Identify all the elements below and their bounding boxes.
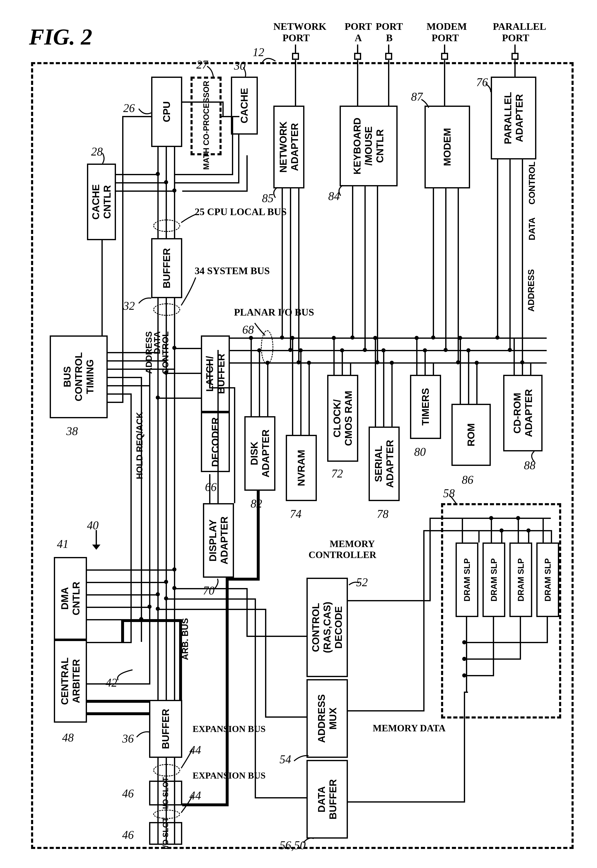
modem-block: MODEM [425, 105, 470, 188]
pa-control-label: CONTROL [527, 162, 537, 205]
parallel-adapter-block: PARALLELADAPTER [491, 77, 536, 159]
cache-block: CACHE [231, 77, 258, 135]
serial-adapter-block: SERIALADAPTER [368, 427, 399, 501]
data-buffer-label: DATABUFFER [316, 779, 339, 819]
arbbus-lead-icon [114, 669, 135, 683]
kb-mouse-block: KEYBOARD/MOUSECNTLR [340, 105, 398, 186]
bus-ctrl-timing-block: BUSCONTROLTIMING [50, 335, 108, 418]
serial-adapter-label: SERIALADAPTER [373, 440, 395, 488]
cpu-local-bus-label: 25 CPU LOCAL BUS [195, 206, 287, 217]
pa-address-label: ADDRESS [526, 269, 536, 312]
bus-ctrl-timing-ref: 38 [66, 424, 78, 438]
dram3-block: DRAM SLP [509, 543, 532, 617]
cdrom-label: CD-ROMADAPTER [511, 389, 534, 437]
latch-buffer-block: LATCH/BUFFER [201, 335, 230, 412]
dma-ref-41: 41 [57, 537, 68, 550]
cdrom-lead-icon [528, 450, 541, 463]
diagram-canvas: FIG. 2 12 NETWORKPORT PORTA PORTB MODEMP… [0, 0, 597, 868]
dram2-block: DRAM SLP [483, 543, 505, 617]
nvram-label: NVRAM [296, 450, 307, 486]
buf2-lead-icon [136, 730, 150, 740]
modem-port-icon [441, 53, 448, 60]
arb-bus-label: ARB. BUS [180, 618, 190, 660]
display-adapter-label: DISPLAYADAPTER [207, 516, 230, 564]
central-arbiter-label: CENTRALARBITER [59, 657, 82, 705]
nvram-ref: 74 [290, 507, 301, 521]
dma-ref40-lead-icon [85, 529, 110, 558]
dram4-block: DRAM SLP [536, 543, 559, 617]
parallel-port-label: PARALLELPORT [493, 21, 538, 43]
hold-req-ack-label: HOLD REQ/ACK [135, 412, 144, 479]
address-mux-block: ADDRESSMUX [306, 679, 348, 758]
cr-lead-icon [348, 580, 360, 590]
timers-block: TIMERS [410, 375, 441, 439]
decoder-block: DECODER [201, 412, 230, 472]
timers-label: TIMERS [420, 388, 431, 426]
rom-block: ROM [451, 404, 491, 466]
decoder-label: DECODER [209, 417, 221, 467]
sb-control-label: CONTROL [160, 331, 171, 374]
kbmouse-lead-icon [336, 184, 348, 197]
pa-data-label: DATA [527, 217, 537, 240]
buffer2-label: BUFFER [160, 709, 171, 749]
parallel-adapter-label: PARALLELADAPTER [502, 92, 525, 144]
network-adapter-block: NETWORKADAPTER [273, 105, 304, 188]
system-bus-label: 34 SYSTEM BUS [195, 265, 270, 276]
dram2-label: DRAM SLP [489, 558, 499, 601]
mem-ctrl-label: MEMORYCONTROLLER [309, 539, 375, 560]
math-label: MATH CO-PROCESSOR [202, 81, 211, 170]
buffer1-label: BUFFER [161, 248, 172, 288]
disk-adapter-label: DISKADAPTER [248, 429, 271, 478]
control-ras-block: CONTROL(RAS,CAS)DECODE [306, 578, 348, 677]
network-port-icon [292, 53, 299, 60]
portB-label: PORTB [375, 21, 404, 43]
disk-adapter-block: DISKADAPTER [244, 416, 275, 491]
dram3-label: DRAM SLP [516, 558, 526, 601]
clock-cmos-label: CLOCK/CMOS RAM [331, 391, 354, 446]
nvram-block: NVRAM [286, 435, 317, 501]
portA-icon [354, 53, 361, 60]
cpubus-lead-icon [180, 213, 197, 226]
modem-label: MODEM [441, 128, 453, 166]
control-ras-label: CONTROL(RAS,CAS)DECODE [310, 602, 345, 653]
cpu-ref: 26 [123, 101, 135, 115]
math-block: MATH CO-PROCESSOR [190, 77, 221, 155]
planar-io-label: PLANAR I/O BUS [234, 306, 314, 318]
central-arbiter-ref: 48 [62, 731, 74, 744]
dma-cntlr-block: DMACNTLR [54, 557, 87, 640]
address-mux-label: ADDRESSMUX [316, 694, 339, 743]
cpu-label: CPU [161, 101, 172, 122]
cache-cntlr-lead-icon [100, 152, 110, 165]
dma-cntlr-label: DMACNTLR [59, 582, 82, 616]
paradap-lead-icon [484, 83, 494, 93]
clock-cmos-block: CLOCK/CMOS RAM [327, 375, 358, 462]
planar-ref-lead-icon [261, 53, 278, 65]
plio-lead-icon [254, 322, 266, 338]
central-arbiter-block: CENTRALARBITER [54, 640, 87, 723]
address-mux-ref: 54 [279, 753, 291, 766]
timers-ref: 80 [414, 445, 426, 458]
cache-label: CACHE [239, 88, 250, 123]
dramref-lead-icon [447, 495, 460, 505]
modem-port-label: MODEMPORT [426, 21, 464, 43]
network-port-label: NETWORKPORT [273, 21, 319, 43]
cache-ref-lead-icon [240, 66, 252, 78]
dram1-label: DRAM SLP [462, 558, 472, 601]
buffer2-ref: 36 [122, 732, 134, 745]
bus-ctrl-timing-label: BUSCONTROLTIMING [61, 352, 96, 401]
modem-lead-icon [419, 98, 432, 109]
dram1-block: DRAM SLP [456, 543, 478, 617]
display-adapter-block: DISPLAYADAPTER [203, 503, 234, 578]
cdrom-block: CD-ROMADAPTER [503, 375, 542, 451]
network-adapter-label: NETWORKADAPTER [278, 121, 300, 173]
decoder-ref: 66 [205, 481, 217, 494]
netadap-lead-icon [270, 186, 283, 199]
rom-ref: 86 [462, 473, 474, 487]
io-slot1-ref: 46 [122, 787, 134, 800]
ebus2-lead-icon [180, 787, 197, 814]
io-slot2-ref: 46 [122, 828, 134, 841]
ebus1-lead-icon [180, 739, 197, 769]
math-ref-lead-icon [205, 65, 217, 78]
serial-adapter-ref: 78 [377, 507, 389, 521]
data-buffer-ref: 56,50 [279, 838, 306, 852]
